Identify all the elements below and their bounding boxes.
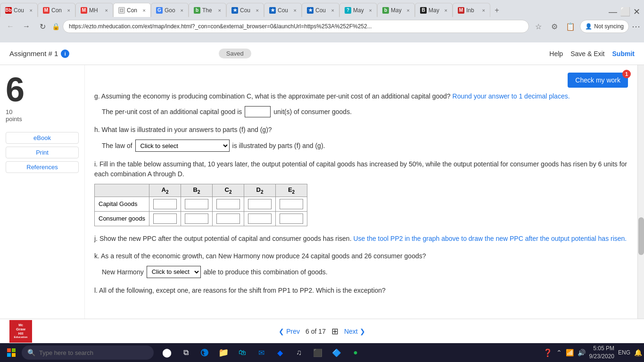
next-button[interactable]: Next ❯ — [344, 328, 365, 335]
tab-close-mh[interactable]: × — [105, 8, 108, 13]
tab-close-con2[interactable]: × — [143, 8, 146, 13]
notification-icon[interactable]: 🔔 — [634, 349, 642, 356]
taskbar-spotify[interactable]: ● — [347, 344, 364, 361]
bookmark-icon[interactable]: ☆ — [532, 20, 545, 33]
tab-cou2[interactable]: ★ Cou × — [264, 3, 302, 17]
maximize-button[interactable]: ⬜ — [620, 7, 630, 17]
taskbar-store[interactable]: 🛍 — [234, 344, 251, 361]
law-dropdown[interactable]: Click to select increasing opportunity c… — [135, 140, 230, 152]
prev-chevron-icon: ❮ — [279, 328, 284, 335]
answer-prefix: The per-unit cost of an additional capit… — [102, 108, 242, 115]
scrollbar-thumb[interactable] — [638, 217, 644, 255]
taskbar-network-icon[interactable]: 📶 — [566, 349, 574, 356]
tab-close-bb[interactable]: × — [30, 8, 33, 13]
tab-label-goo: Goo — [165, 7, 178, 14]
tab-close-the[interactable]: × — [218, 8, 221, 13]
references-link[interactable]: References — [6, 161, 79, 173]
tab-may1[interactable]: ? May × — [339, 3, 377, 17]
taskbar-cortana[interactable]: ⬤ — [158, 344, 175, 361]
minimize-button[interactable]: — — [609, 7, 617, 17]
profile-button[interactable]: 👤 Not syncing — [580, 20, 629, 33]
prev-button[interactable]: ❮ Prev — [279, 328, 300, 335]
input-consumer-b2[interactable] — [185, 214, 208, 224]
tab-cou1[interactable]: ★ Cou × — [226, 3, 264, 17]
start-button[interactable] — [2, 344, 21, 361]
taskbar-search-input[interactable] — [39, 349, 133, 356]
input-consumer-e2[interactable] — [280, 214, 303, 224]
tab-bb[interactable]: Bb Cou × — [0, 3, 38, 17]
tab-close-cou3[interactable]: × — [331, 8, 334, 13]
taskbar-office[interactable]: ⬛ — [309, 344, 326, 361]
taskbar-help-icon[interactable]: ❓ — [543, 348, 553, 357]
tab-con1[interactable]: M Con × — [38, 3, 75, 17]
tab-icon-cou1: ★ — [231, 7, 238, 14]
page-of-text: of — [311, 328, 319, 335]
combination-table: A2 B2 C2 D2 E2 Capital Goods — [94, 184, 307, 226]
forward-button[interactable]: → — [20, 20, 33, 33]
harmony-suffix: able to produce this combination of good… — [204, 268, 328, 276]
taskbar-edge[interactable] — [196, 344, 213, 361]
address-input[interactable]: https://ezto.mheducation.com/ext/map/ind… — [63, 20, 529, 33]
harmony-dropdown[interactable]: Click to select is is not — [147, 266, 201, 278]
input-consumer-c2[interactable] — [216, 214, 240, 224]
reader-mode-icon[interactable]: ⚙ — [548, 20, 561, 33]
taskbar-file-explorer[interactable]: 📁 — [215, 344, 232, 361]
new-tab-button[interactable]: + — [490, 4, 504, 17]
info-icon[interactable]: i — [61, 49, 69, 58]
print-link[interactable]: Print — [6, 147, 79, 158]
check-work-button[interactable]: Check my work 1 — [568, 73, 628, 88]
screenshot-icon[interactable]: 📋 — [564, 20, 577, 33]
tab-close-con1[interactable]: × — [67, 8, 70, 13]
taskbar-task-view[interactable]: ⧉ — [177, 344, 194, 361]
tab-close-inb[interactable]: × — [482, 8, 485, 13]
taskbar-search-box[interactable]: 🔍 — [22, 346, 154, 360]
tab-close-goo[interactable]: × — [181, 8, 183, 13]
round-answer-link[interactable]: Round your answer to 1 decimal places. — [453, 92, 570, 100]
tab-close-may1[interactable]: × — [369, 8, 372, 13]
input-capital-b2[interactable] — [185, 199, 208, 209]
reload-button[interactable]: ↻ — [36, 20, 49, 33]
windows-logo-icon — [7, 348, 16, 357]
taskbar-up-arrow-icon[interactable]: ⌃ — [556, 349, 562, 356]
scrollbar[interactable] — [637, 65, 644, 319]
tab-inb[interactable]: M Inb × — [453, 3, 490, 17]
tab-con2[interactable]: □ Con × — [113, 3, 151, 17]
back-button[interactable]: ← — [4, 20, 17, 33]
close-button[interactable]: ✕ — [633, 7, 640, 17]
tab-may3[interactable]: B May × — [415, 3, 453, 17]
tab-close-cou1[interactable]: × — [256, 8, 259, 13]
tab-close-may2[interactable]: × — [407, 8, 410, 13]
grid-view-icon[interactable]: ⊞ — [331, 326, 339, 337]
tab-icon-may1: ? — [345, 7, 351, 14]
browser-menu-button[interactable]: ⋯ — [632, 21, 640, 32]
taskbar-app-unknown[interactable]: 🔷 — [328, 344, 345, 361]
input-capital-a2[interactable] — [153, 199, 177, 209]
footer-nav: Mc Graw Hill Education ❮ Prev 6 of 17 ⊞ … — [0, 319, 644, 343]
tab-close-may3[interactable]: × — [445, 8, 447, 13]
taskbar-volume-icon[interactable]: 🔊 — [578, 349, 586, 356]
tab-mh[interactable]: M MH × — [75, 3, 113, 17]
taskbar-sibelius[interactable]: ♫ — [290, 344, 307, 361]
tab-the[interactable]: b The × — [189, 3, 226, 17]
help-link[interactable]: Help — [549, 50, 563, 58]
tab-close-cou2[interactable]: × — [294, 8, 297, 13]
taskbar-mail[interactable]: ✉ — [253, 344, 270, 361]
tab-cou3[interactable]: ★ Cou × — [302, 3, 339, 17]
submit-link[interactable]: Submit — [612, 50, 635, 58]
edge-icon — [200, 348, 209, 357]
tab-label-may3: May — [429, 7, 442, 14]
input-capital-d2[interactable] — [248, 199, 272, 209]
input-consumer-a2[interactable] — [153, 214, 177, 224]
capital-good-cost-input[interactable] — [245, 106, 271, 117]
input-capital-c2[interactable] — [216, 199, 240, 209]
tab-may2[interactable]: b May × — [377, 3, 415, 17]
input-consumer-d2[interactable] — [248, 214, 272, 224]
address-bar-row: ← → ↻ 🔒 https://ezto.mheducation.com/ext… — [0, 17, 644, 36]
input-capital-e2[interactable] — [280, 199, 303, 209]
question-number: 6 — [6, 73, 79, 107]
ebook-link[interactable]: eBook — [6, 132, 79, 144]
tab-label-may1: May — [353, 7, 366, 14]
save-exit-link[interactable]: Save & Exit — [570, 50, 604, 58]
taskbar-dropbox[interactable]: ◆ — [272, 344, 289, 361]
tab-goo[interactable]: G Goo × — [151, 3, 189, 17]
